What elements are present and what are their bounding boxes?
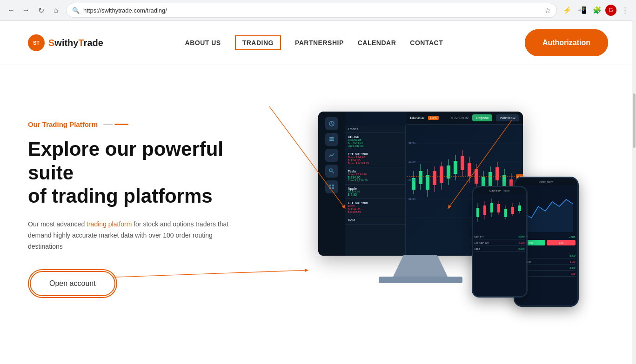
- asset-apple: Apple Up $ 4.85 $ 4.85: [345, 185, 405, 199]
- open-account-button[interactable]: Open account: [30, 271, 115, 296]
- svg-rect-62: [504, 209, 507, 217]
- svg-rect-23: [433, 171, 436, 185]
- svg-rect-7: [329, 185, 331, 186]
- phone2-screen: Auto/Reply Trades: [473, 187, 526, 296]
- section-label-text: Our Trading Platform: [28, 120, 98, 128]
- svg-rect-8: [332, 185, 334, 186]
- reload-button[interactable]: ↻: [34, 4, 47, 17]
- search-icon: 🔍: [72, 7, 80, 14]
- cast-icon[interactable]: 📲: [576, 4, 589, 17]
- svg-rect-41: [495, 167, 499, 180]
- line-dash-2: [114, 124, 128, 125]
- platform-mockup: Trades CBUSD Coin $0.28 $ 2,928.22 +$34,…: [318, 112, 579, 307]
- svg-rect-31: [461, 156, 464, 170]
- line-dash-1: [103, 124, 113, 125]
- svg-rect-60: [497, 204, 500, 212]
- profile-icon[interactable]: G: [605, 5, 616, 16]
- asset-list: Trades CBUSD Coin $0.28 $ 2,928.22 +$34,…: [345, 126, 406, 256]
- sidebar-icon-4: [325, 165, 338, 178]
- asset-gold: Gold: [345, 216, 405, 225]
- open-account-wrapper: Open account: [28, 269, 117, 298]
- nav-contact[interactable]: CONTACT: [410, 39, 443, 46]
- bookmark-icon: ☆: [544, 6, 551, 15]
- scrollbar[interactable]: [632, 20, 636, 364]
- hero-content: Our Trading Platform Explore our powerfu…: [28, 120, 288, 298]
- svg-rect-33: [468, 163, 471, 176]
- browser-chrome: ← → ↻ ⌂ 🔍 ☆ ⚡ 📲 🧩 G ⋮: [0, 0, 636, 21]
- withdraw-btn[interactable]: Withdraw: [496, 114, 519, 121]
- svg-rect-10: [332, 187, 334, 189]
- main-nav: ABOUT US TRADING PARTNERSHIP CALENDAR CO…: [185, 35, 443, 50]
- svg-rect-3: [329, 137, 334, 139]
- svg-line-2: [332, 124, 333, 125]
- asset-etf1: ETF S&P 500 Down $ 64.46 $ 134.96 Down $…: [345, 150, 405, 167]
- home-button[interactable]: ⌂: [49, 4, 62, 17]
- hero-title: Explore our powerful suite of trading pl…: [28, 138, 270, 208]
- svg-rect-56: [483, 205, 486, 215]
- svg-text:$4,000: $4,000: [408, 142, 416, 145]
- nav-trading[interactable]: TRADING: [235, 35, 281, 50]
- menu-icon[interactable]: ⋮: [618, 4, 631, 17]
- svg-text:$3,000: $3,000: [408, 160, 416, 163]
- chart-header: BU/USD LIVE $ 22,929.92 Deposit Withdraw: [407, 112, 523, 125]
- svg-rect-66: [518, 205, 521, 211]
- nav-partnership[interactable]: PARTNERSHIP: [295, 39, 344, 46]
- hero-description: Our most advanced trading platform for s…: [28, 219, 242, 252]
- logo-text: SwithyTrade: [48, 38, 103, 48]
- svg-rect-29: [454, 161, 457, 174]
- svg-rect-9: [329, 187, 331, 189]
- svg-rect-54: [476, 208, 479, 217]
- svg-text:$1,000: $1,000: [408, 198, 416, 200]
- monitor-stand: [393, 255, 449, 278]
- asset-etf2: ETF S&P 500 Down $ 134.96 $ 3,902.85: [345, 199, 405, 216]
- deposit-btn[interactable]: Deposit: [472, 114, 492, 121]
- logo[interactable]: ST SwithyTrade: [28, 34, 103, 51]
- svg-rect-19: [419, 171, 422, 184]
- sidebar-icon-5: [325, 180, 338, 193]
- svg-rect-39: [489, 172, 492, 186]
- svg-rect-4: [329, 139, 334, 141]
- sidebar-icon-2: [325, 133, 338, 146]
- url-input[interactable]: [83, 7, 541, 14]
- trading-sidebar: [318, 112, 345, 256]
- monitor-base: [379, 277, 462, 283]
- auth-button[interactable]: Authorization: [527, 32, 606, 54]
- svg-point-5: [329, 169, 332, 172]
- forward-button[interactable]: →: [20, 4, 33, 17]
- sidebar-icon-1: [325, 117, 338, 130]
- nav-calendar[interactable]: CALENDAR: [358, 39, 396, 46]
- website: ST SwithyTrade ABOUT US TRADING PARTNERS…: [0, 21, 636, 344]
- lightning-icon[interactable]: ⚡: [561, 4, 574, 17]
- svg-rect-25: [440, 166, 443, 183]
- scrollbar-thumb[interactable]: [633, 93, 636, 148]
- asset-cbusd: CBUSD Coin $0.28 $ 2,928.22 +$34,037.23: [345, 133, 405, 150]
- logo-icon: ST: [28, 34, 45, 51]
- back-button[interactable]: ←: [5, 4, 18, 17]
- extensions-icon[interactable]: 🧩: [590, 4, 603, 17]
- hero-image: Trades CBUSD Coin $0.28 $ 2,928.22 +$34,…: [288, 112, 608, 307]
- sidebar-icon-3: [325, 149, 338, 162]
- nav-about[interactable]: ABOUT US: [185, 39, 221, 46]
- svg-rect-21: [426, 175, 429, 190]
- svg-rect-58: [490, 203, 493, 212]
- svg-line-6: [332, 172, 334, 174]
- svg-text:$2,000: $2,000: [408, 179, 416, 182]
- svg-rect-64: [511, 207, 514, 214]
- asset-tesla: Tesla Down $ 234.96 $ 234.96 Coin $ 2,21…: [345, 167, 405, 185]
- hero-section: Our Trading Platform Explore our powerfu…: [0, 65, 636, 344]
- section-label-line: [103, 124, 128, 125]
- address-bar[interactable]: 🔍 ☆: [66, 3, 557, 18]
- svg-rect-35: [475, 169, 478, 184]
- auth-button-wrapper: Authorization: [525, 29, 608, 56]
- phone-2: Auto/Reply Trades: [472, 186, 528, 298]
- header: ST SwithyTrade ABOUT US TRADING PARTNERS…: [0, 21, 636, 65]
- section-label: Our Trading Platform: [28, 120, 270, 128]
